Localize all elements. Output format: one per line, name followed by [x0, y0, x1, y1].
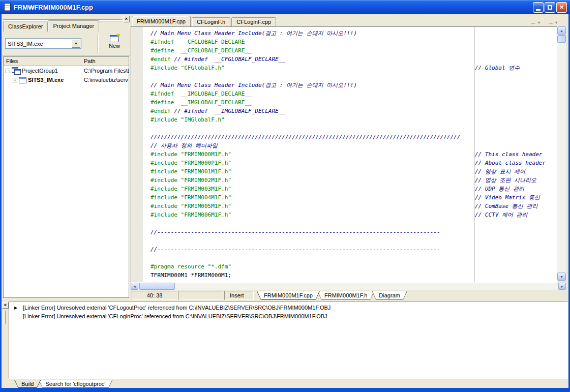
- trailing-comment: // Video Matrix 통신: [475, 193, 540, 202]
- code-line: [151, 236, 557, 245]
- code-line: #define __CFGLOBALF_DECLARE__: [151, 46, 557, 55]
- horizontal-scrollbar[interactable]: ◄ ►: [131, 283, 566, 290]
- back-dropdown-icon[interactable]: ▾: [538, 20, 540, 25]
- code-lines[interactable]: // Main Menu Class Header Include(경고 : 여…: [151, 27, 557, 282]
- new-button[interactable]: New: [103, 34, 126, 54]
- trailing-comment: // UDP 통신 관리: [475, 185, 524, 193]
- code-line: [151, 124, 557, 133]
- code-line: ////////////////////////////////////////…: [151, 133, 557, 141]
- tree-expand-toggle[interactable]: +: [13, 78, 17, 82]
- form-icon: [19, 77, 26, 83]
- panel-close-button[interactable]: ×: [123, 16, 130, 22]
- project-combobox-value: SITS3_IM.exe: [6, 41, 72, 47]
- table-row[interactable]: +SITS3_IM.exeC:\invaluebiz\serv: [4, 75, 129, 84]
- message-tab-Build[interactable]: Build: [14, 380, 41, 388]
- vscroll-thumb[interactable]: [557, 35, 566, 43]
- code-line: [151, 219, 557, 228]
- tree-item-label: ProjectGroup1: [22, 68, 58, 74]
- scroll-left-icon[interactable]: ◄: [131, 283, 138, 290]
- scroll-down-icon[interactable]: ▼: [557, 273, 566, 281]
- vertical-scrollbar[interactable]: ▲ ▼: [557, 26, 566, 281]
- column-files: Files: [6, 58, 18, 64]
- code-editor[interactable]: // Main Menu Class Header Include(경고 : 여…: [131, 26, 557, 283]
- code-line: [151, 254, 557, 262]
- code-line: #endif // #ifndef __CFGLOBALF_DECLARE__: [151, 55, 557, 64]
- scroll-up-icon[interactable]: ▲: [557, 26, 566, 35]
- message-list: ▶[Linker Error] Unresolved external 'CFL…: [9, 301, 568, 379]
- code-line: #include "FRMIM000P1F.h"// About class h…: [151, 159, 557, 167]
- insert-mode-indicator: Insert: [224, 291, 254, 300]
- forward-dropdown-icon[interactable]: ▾: [555, 20, 557, 25]
- tree-files-cell: +SITS3_IM.exe: [13, 77, 64, 83]
- code-line: #include "CFGlobalF.h"// Global 변수: [151, 64, 557, 72]
- code-line: #include "FRMIM003M1F.h"// UDP 통신 관리: [151, 185, 557, 193]
- code-line: #define __IMGLOBALF_DECLARE__: [151, 98, 557, 107]
- module-tab-FRMIM000M1F.cpp[interactable]: FRMIM000M1F.cpp: [257, 291, 320, 300]
- code-line: [151, 72, 557, 81]
- trailing-comment: // This class header: [475, 150, 542, 159]
- app-window: FRM₩FRMIM000M1F.cpp ✕ × ClassExplorerPro…: [0, 0, 570, 392]
- code-line: #include "FRMIM000M1F.h"// This class he…: [151, 150, 557, 159]
- close-icon: ✕: [559, 4, 564, 11]
- back-arrow-icon[interactable]: ←: [530, 19, 536, 26]
- tree-column-header[interactable]: Files Path: [4, 57, 129, 66]
- message-row[interactable]: ▶[Linker Error] Unresolved external 'CFL…: [9, 304, 567, 312]
- code-line: TFRMIM000M1 *FRMIM000M1;: [151, 271, 557, 280]
- tree-item-path: C:\Program Files\E: [84, 68, 129, 74]
- message-tab-row: BuildSearch for 'cflogoutproc': [14, 380, 110, 388]
- client-area: × ClassExplorerProject Manager SITS3_IM.…: [2, 14, 568, 388]
- status-empty-panel: [178, 291, 223, 300]
- maximize-button[interactable]: [545, 2, 555, 13]
- code-line: #ifndef __IMGLOBALF_DECLARE__: [151, 89, 557, 98]
- close-button[interactable]: ✕: [556, 2, 567, 13]
- editor-nav-toolbar: ← ▾ → ▾: [530, 19, 557, 26]
- trailing-comment: // Global 변수: [475, 64, 520, 72]
- code-line: #include "IMGlobalF.h": [151, 115, 557, 124]
- left-panel-tab-row: ClassExplorerProject Manager: [3, 20, 99, 32]
- document-icon: [4, 3, 11, 11]
- code-line: #include "FRMIM004M1F.h"// Video Matrix …: [151, 193, 557, 202]
- column-path: Path: [84, 58, 96, 64]
- message-row[interactable]: [Linker Error] Unresolved external 'CFLo…: [9, 312, 567, 321]
- trailing-comment: // CCTV 제어 관리: [475, 210, 528, 219]
- message-tab-Search for 'cflogoutproc'[interactable]: Search for 'cflogoutproc': [38, 380, 112, 388]
- editor-gutter: [131, 27, 142, 282]
- editor-tab-FRMIM000M1F.cpp[interactable]: FRMIM000M1F.cpp: [132, 16, 191, 26]
- code-line: #pragma resource "*.dfm": [151, 262, 557, 271]
- maximize-icon: [548, 5, 552, 10]
- module-tab-Diagram[interactable]: Diagram: [372, 291, 407, 300]
- chevron-down-icon[interactable]: ▼: [72, 39, 80, 48]
- hscroll-thumb[interactable]: [139, 283, 175, 290]
- message-text: [Linker Error] Unresolved external 'CFLo…: [23, 305, 331, 311]
- panel-grab-handle[interactable]: [3, 17, 122, 20]
- message-panel: × ▶[Linker Error] Unresolved external 'C…: [2, 301, 568, 388]
- code-line: #include "FRMIM001M1F.h"// 영상 표시 제어: [151, 167, 557, 176]
- toolbar-divider: [98, 34, 99, 53]
- code-line: // Main Menu Class Header Include(경고 : 여…: [151, 29, 557, 38]
- editor-pane: FRMIM000M1F.cppCFLoginF.hCFLoginF.cpp ← …: [131, 16, 568, 301]
- tab-project-manager[interactable]: Project Manager: [48, 20, 99, 32]
- trailing-comment: // 영상 조편 시나리오: [475, 176, 536, 185]
- tree-item-path: C:\invaluebiz\serv: [84, 77, 128, 83]
- project-tree-listbox: Files Path -ProjectGroup1C:\Program File…: [3, 56, 129, 298]
- module-tab-FRMIM000M1F.h[interactable]: FRMIM000M1F.h: [317, 291, 374, 300]
- project-combobox[interactable]: SITS3_IM.exe ▼: [5, 38, 81, 49]
- tree-item-label: SITS3_IM.exe: [28, 77, 64, 83]
- minimize-button[interactable]: [533, 2, 544, 13]
- tree-files-cell: -ProjectGroup1: [6, 67, 58, 74]
- tree-expand-toggle[interactable]: -: [6, 69, 10, 73]
- editor-tab-CFLoginF.h[interactable]: CFLoginF.h: [192, 17, 230, 26]
- column-divider[interactable]: [81, 57, 82, 66]
- editor-tab-CFLoginF.cpp[interactable]: CFLoginF.cpp: [231, 17, 276, 26]
- title-bar[interactable]: FRM₩FRMIM000M1F.cpp ✕: [0, 0, 570, 14]
- table-row[interactable]: -ProjectGroup1C:\Program Files\E: [4, 66, 129, 75]
- message-close-button[interactable]: ×: [2, 302, 9, 309]
- caret-position: 40: 38: [132, 291, 177, 300]
- error-marker-icon: ▶: [14, 304, 17, 312]
- tab-classexplorer[interactable]: ClassExplorer: [3, 22, 48, 32]
- scroll-right-icon[interactable]: ►: [558, 283, 566, 290]
- forward-arrow-icon[interactable]: →: [547, 19, 554, 26]
- file-module-tabs: FRMIM000M1F.cppFRMIM000M1F.hDiagram: [257, 291, 405, 300]
- code-line: #include "FRMIM006M1F.h"// CCTV 제어 관리: [151, 210, 557, 219]
- message-grab-handle[interactable]: [4, 311, 6, 324]
